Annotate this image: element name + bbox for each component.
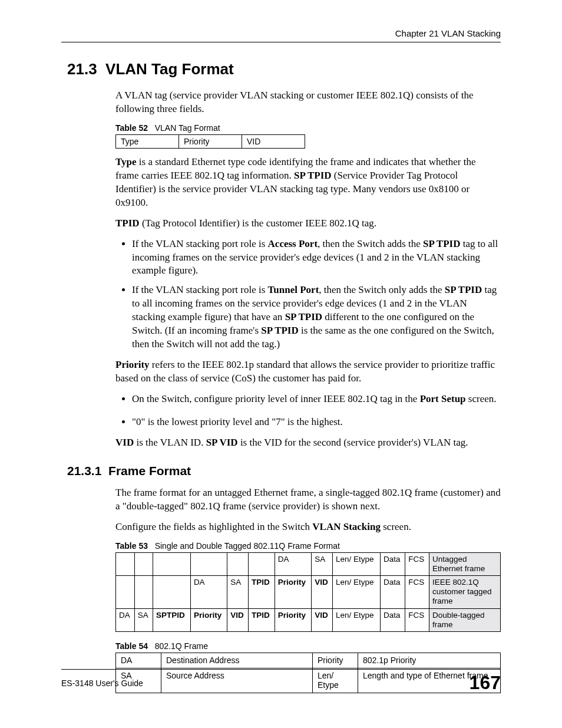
- section-heading: 21.3 VLAN Tag Format: [67, 60, 501, 78]
- table53-row-0: DA SA Len/ Etype Data FCS Untagged Ether…: [116, 552, 501, 575]
- b2-t1: If the VLAN stacking port role is: [132, 284, 268, 295]
- table54-row-0: DA Destination Address Priority 802.1p P…: [116, 653, 501, 668]
- table52: Type Priority VID: [115, 134, 305, 149]
- footer-rule: [61, 669, 501, 670]
- table54-caption: Table 54 802.1Q Frame: [115, 641, 501, 651]
- t54-r0-c1: Destination Address: [161, 653, 313, 668]
- t53-r0-c3: [190, 552, 227, 575]
- t53-r1-c4: SA: [227, 575, 249, 608]
- t53-r2-c11: Double-tagged frame: [429, 608, 501, 631]
- table52-c1: Priority: [179, 134, 242, 148]
- t53-r0-c2: [153, 552, 190, 575]
- t53-r2-c4: VID: [227, 608, 249, 631]
- t53-r2-c0: DA: [116, 608, 135, 631]
- vid-text1: is the VLAN ID.: [134, 437, 206, 448]
- section-number: 21.3: [67, 60, 97, 78]
- b2-b4: SP TPID: [261, 325, 298, 336]
- t53-r2-c5: TPID: [249, 608, 275, 631]
- table52-label: Table 52: [115, 123, 148, 133]
- t53-r1-c0: [116, 575, 135, 608]
- priority-paragraph: Priority refers to the IEEE 802.1p stand…: [115, 358, 501, 386]
- intro-paragraph: A VLAN tag (service provider VLAN stacki…: [115, 89, 501, 116]
- t53-r2-c3: Priority: [190, 608, 227, 631]
- t53-r1-c8: Len/ Etype: [333, 575, 381, 608]
- t53-r1-c2: [153, 575, 190, 608]
- page-footer: ES-3148 User's Guide 167: [61, 669, 501, 694]
- t53-r1-c3: DA: [190, 575, 227, 608]
- header-rule: [61, 42, 501, 42]
- t53-r2-c4-b: VID: [230, 611, 244, 620]
- t53-r2-c3-b: Priority: [194, 611, 222, 620]
- t53-r2-c2-b: SPTPID: [156, 611, 185, 620]
- type-paragraph: Type is a standard Ethernet type code id…: [115, 156, 501, 210]
- t53-r1-c5-b: TPID: [252, 578, 270, 587]
- b1-b2: SP TPID: [423, 238, 460, 249]
- vid-text2: is the VID for the second (service provi…: [238, 437, 468, 448]
- subsection-title-text: Frame Format: [108, 464, 191, 477]
- table54-title: 802.1Q Frame: [155, 641, 208, 651]
- b1-t2: , then the Switch adds the: [318, 238, 423, 249]
- t53-r0-c0: [116, 552, 135, 575]
- t53-r0-c11: Untagged Ethernet frame: [429, 552, 501, 575]
- t53-r0-c10: FCS: [405, 552, 429, 575]
- t53-r1-c6-b: Priority: [278, 578, 306, 587]
- table54-label: Table 54: [115, 641, 148, 651]
- sp2-t2: screen.: [381, 521, 411, 532]
- priority-bold: Priority: [115, 359, 150, 370]
- t53-r2-c9: Data: [380, 608, 405, 631]
- page-number: 167: [470, 672, 501, 694]
- t53-r0-c8: Len/ Etype: [333, 552, 381, 575]
- priority-bullets: On the Switch, configure priority level …: [115, 393, 501, 429]
- t54-r0-c0: DA: [116, 653, 161, 668]
- vid-bold: VID: [115, 437, 134, 448]
- subsection-heading: 21.3.1 Frame Format: [67, 464, 501, 478]
- t53-r2-c6: Priority: [275, 608, 311, 631]
- t53-r0-c4: [227, 552, 249, 575]
- sp2-b1: VLAN Stacking: [312, 521, 381, 532]
- t53-r2-c5-b: TPID: [252, 611, 270, 620]
- table53-title: Single and Double Tagged 802.11Q Frame F…: [155, 541, 340, 551]
- pb1-t2: screen.: [466, 393, 497, 404]
- table53-row-2: DA SA SPTPID Priority VID TPID Priority …: [116, 608, 501, 631]
- t53-r0-c6: DA: [275, 552, 311, 575]
- t53-r1-c11: IEEE 802.1Q customer tagged frame: [429, 575, 501, 608]
- sp2-t1: Configure the fields as highlighted in t…: [115, 521, 312, 532]
- t53-r0-c7: SA: [312, 552, 333, 575]
- b1-b1: Access Port: [268, 238, 318, 249]
- pb1-t1: On the Switch, configure priority level …: [132, 393, 420, 404]
- t53-r1-c5: TPID: [249, 575, 275, 608]
- t53-r1-c7: VID: [312, 575, 333, 608]
- b2-b2: SP TPID: [445, 284, 482, 295]
- b2-t2: , then the Switch only adds the: [319, 284, 444, 295]
- t53-r0-c5: [249, 552, 275, 575]
- sptpid-bold: SP TPID: [294, 170, 331, 181]
- tpid-bullet-2: If the VLAN stacking port role is Tunnel…: [132, 284, 501, 351]
- table52-c2: VID: [242, 134, 305, 148]
- chapter-header: Chapter 21 VLAN Stacking: [61, 28, 501, 42]
- priority-bullet-1: On the Switch, configure priority level …: [132, 393, 501, 406]
- b1-t1: If the VLAN stacking port role is: [132, 238, 268, 249]
- tpid-bold: TPID: [115, 218, 140, 229]
- tpid-bullet-1: If the VLAN stacking port role is Access…: [132, 238, 501, 278]
- t53-r1-c9: Data: [380, 575, 405, 608]
- t53-r1-c7-b: VID: [315, 578, 328, 587]
- t53-r2-c8: Len/ Etype: [333, 608, 381, 631]
- subsection-number: 21.3.1: [67, 464, 101, 477]
- sub-paragraph-2: Configure the fields as highlighted in t…: [115, 521, 501, 534]
- vid-paragraph: VID is the VLAN ID. SP VID is the VID fo…: [115, 436, 501, 450]
- table52-title: VLAN Tag Format: [155, 123, 220, 133]
- t53-r2-c1: SA: [134, 608, 153, 631]
- spvid-bold: SP VID: [206, 437, 238, 448]
- t53-r1-c1: [134, 575, 153, 608]
- t53-r0-c9: Data: [380, 552, 405, 575]
- priority-bullet-2: "0" is the lowest priority level and "7"…: [132, 416, 501, 429]
- t53-r2-c6-b: Priority: [278, 611, 306, 620]
- section-title-text: VLAN Tag Format: [105, 60, 234, 78]
- tpid-text: (Tag Protocol Identifier) is the custome…: [140, 218, 376, 229]
- t54-r0-c2: Priority: [313, 653, 358, 668]
- tpid-paragraph: TPID (Tag Protocol Identifier) is the cu…: [115, 217, 501, 230]
- pb1-b1: Port Setup: [420, 393, 466, 404]
- sub-paragraph-1: The frame format for an untagged Etherne…: [115, 486, 501, 513]
- table52-c0: Type: [116, 134, 179, 148]
- b2-b1: Tunnel Port: [268, 284, 319, 295]
